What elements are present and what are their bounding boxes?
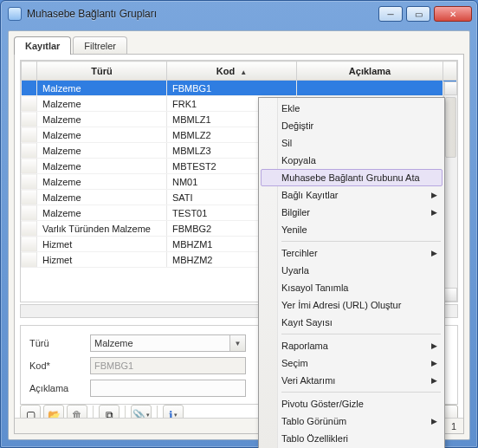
menu-info[interactable]: Bilgiler▶ bbox=[261, 204, 442, 221]
close-window-button[interactable]: ✕ bbox=[434, 6, 472, 22]
menu-separator bbox=[281, 392, 441, 393]
cell-desc[interactable] bbox=[297, 81, 443, 96]
desc-label: Açıklama bbox=[29, 383, 90, 393]
app-icon bbox=[8, 7, 22, 21]
submenu-arrow-icon: ▶ bbox=[431, 208, 437, 217]
app-window: Muhasebe Bağlantı Grupları ─ ▭ ✕ Kayıtla… bbox=[0, 0, 478, 448]
cell-code[interactable]: FBMBG1 bbox=[167, 81, 297, 96]
menu-tableview[interactable]: Tablo Görünüm▶ bbox=[261, 412, 442, 430]
menu-separator bbox=[281, 334, 441, 334]
row-header[interactable] bbox=[22, 174, 37, 190]
cell-type[interactable]: Varlık Türünden Malzeme bbox=[37, 221, 167, 237]
cell-type[interactable]: Malzeme bbox=[37, 112, 167, 127]
cell-type[interactable]: Malzeme bbox=[37, 81, 167, 96]
row-header[interactable] bbox=[22, 159, 37, 174]
cell-type[interactable]: Malzeme bbox=[37, 174, 167, 190]
cell-type[interactable]: Malzeme bbox=[37, 127, 167, 143]
menu-delete[interactable]: Sil bbox=[261, 134, 442, 152]
col-desc[interactable]: Açıklama bbox=[297, 62, 443, 81]
tabstrip: Kayıtlar Filtreler bbox=[14, 36, 129, 55]
row-header[interactable] bbox=[22, 143, 37, 159]
type-combo[interactable]: Malzeme ▼ bbox=[90, 334, 246, 352]
menu-pivot[interactable]: Pivotu Göster/Gizle bbox=[261, 395, 442, 412]
minimize-button[interactable]: ─ bbox=[378, 6, 403, 22]
client-area: Kayıtlar Filtreler Türü Kod Açıklama bbox=[8, 30, 470, 440]
menu-add[interactable]: Ekle bbox=[261, 100, 442, 117]
scroll-corner bbox=[443, 62, 457, 81]
row-header[interactable] bbox=[22, 221, 37, 237]
status-page: 1 bbox=[443, 421, 463, 432]
window-title: Muhasebe Bağlantı Grupları bbox=[27, 8, 378, 20]
menu-count[interactable]: Kayıt Sayısı bbox=[261, 314, 442, 331]
col-code[interactable]: Kod bbox=[167, 62, 297, 81]
menu-refresh[interactable]: Yenile bbox=[261, 221, 442, 238]
menu-shortcut[interactable]: Kısayol Tanımla bbox=[261, 279, 442, 296]
submenu-arrow-icon: ▶ bbox=[431, 359, 437, 367]
cell-type[interactable]: Malzeme bbox=[37, 159, 167, 174]
menu-warn[interactable]: Uyarla bbox=[261, 262, 442, 279]
row-header[interactable] bbox=[22, 252, 37, 268]
titlebar[interactable]: Muhasebe Bağlantı Grupları ─ ▭ ✕ bbox=[1, 1, 477, 27]
tab-filters[interactable]: Filtreler bbox=[73, 36, 127, 55]
type-label: Türü bbox=[29, 338, 90, 348]
type-value: Malzeme bbox=[94, 338, 133, 348]
menu-selection[interactable]: Seçim▶ bbox=[261, 354, 442, 372]
cell-type[interactable]: Hizmet bbox=[37, 237, 167, 252]
menu-tableprops[interactable]: Tablo Özellikleri bbox=[261, 430, 442, 447]
submenu-arrow-icon: ▶ bbox=[431, 376, 437, 385]
vertical-scrollbar[interactable] bbox=[443, 81, 457, 302]
row-header[interactable] bbox=[22, 205, 37, 221]
cell-type[interactable]: Malzeme bbox=[37, 205, 167, 221]
row-header[interactable] bbox=[22, 96, 37, 112]
rowheader-corner[interactable] bbox=[22, 62, 37, 81]
chevron-down-icon[interactable]: ▼ bbox=[229, 335, 245, 351]
cell-type[interactable]: Malzeme bbox=[37, 143, 167, 159]
code-field[interactable]: FBMBG1 bbox=[90, 357, 246, 374]
menu-assign-group[interactable]: Muhasebe Bağlantı Grubunu Ata bbox=[261, 169, 442, 186]
code-value: FBMBG1 bbox=[94, 360, 133, 371]
menu-separator bbox=[281, 241, 441, 242]
menu-copy[interactable]: Kopyala bbox=[261, 152, 442, 169]
row-header[interactable] bbox=[22, 237, 37, 252]
row-header[interactable] bbox=[22, 81, 37, 96]
context-menu: Ekle Değiştir Sil Kopyala Muhasebe Bağla… bbox=[258, 97, 445, 448]
menu-edit[interactable]: Değiştir bbox=[261, 117, 442, 134]
row-header[interactable] bbox=[22, 127, 37, 143]
scroll-up-icon[interactable] bbox=[444, 81, 457, 95]
scroll-thumb[interactable] bbox=[445, 97, 456, 158]
cell-type[interactable]: Malzeme bbox=[37, 96, 167, 112]
menu-prefs[interactable]: Tercihler▶ bbox=[261, 244, 442, 262]
menu-transfer[interactable]: Veri Aktarımı▶ bbox=[261, 372, 442, 389]
scroll-down-icon[interactable] bbox=[444, 288, 457, 302]
menu-reporting[interactable]: Raporlama▶ bbox=[261, 337, 442, 354]
cell-type[interactable]: Malzeme bbox=[37, 190, 167, 205]
submenu-arrow-icon: ▶ bbox=[431, 249, 437, 257]
col-type[interactable]: Türü bbox=[37, 62, 167, 81]
submenu-arrow-icon: ▶ bbox=[431, 191, 437, 199]
submenu-arrow-icon: ▶ bbox=[431, 417, 437, 425]
desc-field[interactable] bbox=[90, 380, 246, 397]
cell-type[interactable]: Hizmet bbox=[37, 252, 167, 268]
tab-records[interactable]: Kayıtlar bbox=[14, 36, 71, 55]
code-label: Kod* bbox=[29, 360, 90, 371]
submenu-arrow-icon: ▶ bbox=[431, 341, 437, 350]
row-header[interactable] bbox=[22, 190, 37, 205]
maximize-button[interactable]: ▭ bbox=[406, 6, 430, 22]
menu-related-records[interactable]: Bağlı Kayıtlar▶ bbox=[261, 186, 442, 204]
menu-bookmark[interactable]: Yer İmi Adresi (URL) Oluştur bbox=[261, 296, 442, 314]
row-header[interactable] bbox=[22, 112, 37, 127]
table-row[interactable]: MalzemeFBMBG1 bbox=[22, 81, 457, 96]
